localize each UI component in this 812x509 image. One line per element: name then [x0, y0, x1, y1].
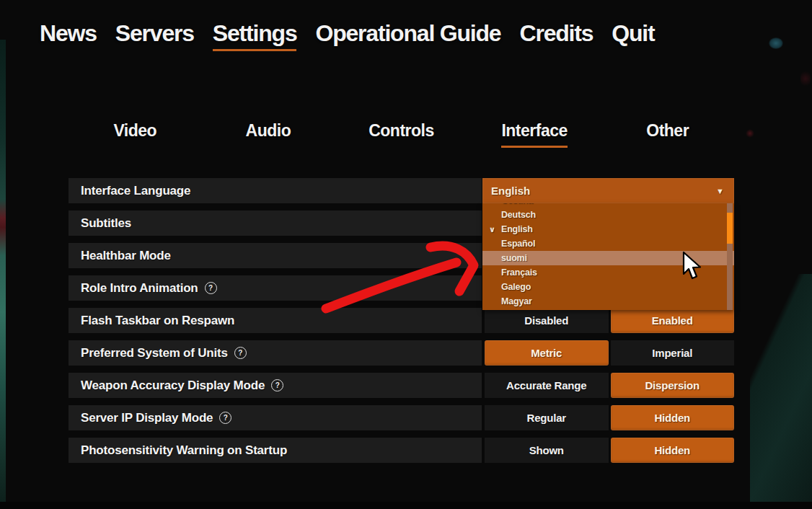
language-option-english[interactable]: ∨English — [482, 222, 734, 236]
language-option-suomi[interactable]: suomi — [482, 251, 734, 265]
help-icon[interactable]: ? — [219, 412, 231, 424]
nav-item-credits[interactable]: Credits — [519, 20, 593, 47]
setting-label-text: Interface Language — [81, 184, 190, 198]
background-red-smudge — [800, 69, 811, 88]
toggle-enabled-button[interactable]: Enabled — [611, 308, 735, 333]
background-building-edge — [750, 274, 812, 509]
tab-controls[interactable]: Controls — [369, 121, 434, 148]
setting-label-text: Healthbar Mode — [81, 249, 171, 263]
help-icon[interactable]: ? — [205, 282, 217, 294]
toggle-imperial-button[interactable]: Imperial — [611, 340, 735, 366]
toggle-disabled-button[interactable]: Disabled — [485, 308, 609, 333]
setting-control: Shown Hidden — [485, 438, 734, 463]
background-glow — [769, 37, 783, 49]
nav-item-servers[interactable]: Servers — [115, 20, 194, 47]
language-option-galego[interactable]: Galego — [482, 280, 734, 294]
dropdown-scrollbar[interactable] — [727, 203, 733, 310]
check-icon: ∨ — [489, 222, 495, 236]
language-dropdown-header[interactable]: English ▼ — [482, 178, 734, 203]
nav-item-news[interactable]: News — [40, 20, 97, 47]
language-option-deutsch[interactable]: Deutsch — [482, 208, 734, 222]
help-icon[interactable]: ? — [234, 347, 247, 359]
nav-item-quit[interactable]: Quit — [612, 20, 654, 47]
setting-label-text: Photosensitivity Warning on Startup — [81, 443, 287, 458]
toggle-dispersion-button[interactable]: Dispersion — [611, 373, 735, 398]
language-dropdown: English ▼ Čeština Deutsch ∨English Españ… — [482, 178, 734, 310]
row-photosensitivity: Photosensitivity Warning on Startup Show… — [69, 438, 734, 463]
setting-label: Server IP Display Mode ? — [69, 405, 482, 430]
setting-label: Flash Taskbar on Respawn — [69, 308, 482, 333]
language-option-label: English — [501, 224, 533, 234]
setting-label: Interface Language — [69, 178, 482, 203]
setting-label-text: Role Intro Animation — [81, 281, 198, 296]
setting-label-text: Preferred System of Units — [81, 346, 228, 360]
language-option-francais[interactable]: Français — [482, 265, 734, 280]
background-scene-strip — [0, 40, 6, 509]
row-server-ip: Server IP Display Mode ? Regular Hidden — [69, 405, 734, 430]
setting-label: Healthbar Mode — [69, 243, 482, 268]
language-option-espanol[interactable]: Español — [482, 236, 734, 251]
setting-label-text: Server IP Display Mode — [81, 411, 213, 425]
toggle-shown-button[interactable]: Shown — [485, 438, 609, 463]
row-flash-taskbar: Flash Taskbar on Respawn Disabled Enable… — [69, 308, 734, 333]
tab-other[interactable]: Other — [646, 121, 689, 148]
main-nav: News Servers Settings Operational Guide … — [40, 20, 655, 51]
help-icon[interactable]: ? — [271, 379, 283, 391]
nav-item-settings[interactable]: Settings — [213, 20, 297, 51]
dropdown-scrollbar-thumb[interactable] — [727, 213, 733, 244]
setting-label-text: Weapon Accuracy Display Mode — [81, 379, 265, 393]
language-selected-value: English — [491, 185, 530, 197]
setting-label: Preferred System of Units ? — [69, 340, 482, 366]
setting-label: Photosensitivity Warning on Startup — [69, 438, 482, 463]
setting-label: Subtitles — [69, 211, 482, 236]
game-settings-screen: News Servers Settings Operational Guide … — [0, 0, 812, 509]
setting-control: Metric Imperial — [485, 340, 734, 366]
background-bottom-edge — [0, 502, 812, 509]
toggle-hidden-button[interactable]: Hidden — [611, 405, 735, 430]
background-red-light — [746, 129, 754, 138]
row-preferred-units: Preferred System of Units ? Metric Imper… — [69, 340, 734, 366]
setting-control: Disabled Enabled — [485, 308, 734, 333]
language-option-magyar[interactable]: Magyar — [482, 294, 734, 309]
setting-label-text: Flash Taskbar on Respawn — [81, 314, 234, 328]
tab-audio[interactable]: Audio — [246, 121, 291, 148]
setting-control: Regular Hidden — [485, 405, 734, 430]
tab-interface[interactable]: Interface — [501, 121, 567, 148]
setting-label: Role Intro Animation ? — [69, 275, 482, 301]
settings-tabs: Video Audio Controls Interface Other — [69, 121, 734, 148]
setting-label-text: Subtitles — [81, 216, 131, 231]
toggle-regular-button[interactable]: Regular — [485, 405, 609, 430]
nav-item-operational-guide[interactable]: Operational Guide — [315, 20, 500, 47]
chevron-down-icon: ▼ — [716, 186, 724, 195]
setting-label: Weapon Accuracy Display Mode ? — [69, 373, 482, 398]
setting-control: Accurate Range Dispersion — [485, 373, 734, 398]
toggle-metric-button[interactable]: Metric — [485, 340, 609, 366]
toggle-accurate-range-button[interactable]: Accurate Range — [485, 373, 609, 398]
tab-video[interactable]: Video — [113, 121, 156, 148]
language-dropdown-list: Čeština Deutsch ∨English Español suomi F… — [482, 203, 734, 310]
toggle-hidden-button[interactable]: Hidden — [611, 438, 735, 463]
row-weapon-accuracy: Weapon Accuracy Display Mode ? Accurate … — [69, 373, 734, 398]
